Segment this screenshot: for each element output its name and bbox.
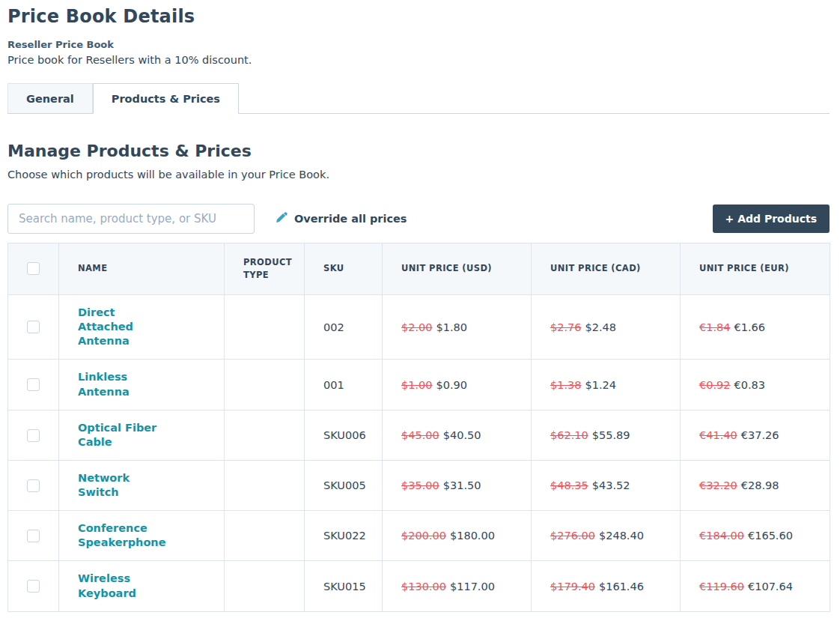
product-name-link[interactable]: Linkless Antenna bbox=[78, 370, 159, 399]
column-header-unit-price-cad: UNIT PRICE (CAD) bbox=[532, 243, 681, 295]
column-header-unit-price-eur: UNIT PRICE (EUR) bbox=[681, 243, 830, 295]
table-row: Direct Attached Antenna 002 $2.00$1.80 $… bbox=[8, 295, 830, 360]
discounted-price-cad: $161.46 bbox=[599, 581, 644, 593]
original-price-eur: €41.40 bbox=[699, 429, 737, 441]
unit-price-cad-cell: $1.38$1.24 bbox=[532, 360, 681, 410]
original-price-eur: €119.60 bbox=[699, 581, 744, 593]
price-book-name: Reseller Price Book bbox=[7, 39, 830, 50]
row-checkbox-cell bbox=[8, 410, 59, 460]
discounted-price-usd: $0.90 bbox=[436, 379, 468, 391]
original-price-usd: $45.00 bbox=[401, 429, 439, 441]
row-checkbox[interactable] bbox=[27, 479, 40, 492]
discounted-price-eur: €0.83 bbox=[734, 379, 766, 391]
product-name-link[interactable]: Direct Attached Antenna bbox=[78, 306, 159, 348]
table-header: NAME PRODUCT TYPE SKU UNIT PRICE (USD) U… bbox=[8, 243, 830, 295]
column-header-unit-price-usd: UNIT PRICE (USD) bbox=[383, 243, 532, 295]
unit-price-eur-cell: €119.60€107.64 bbox=[681, 561, 830, 611]
unit-price-eur-cell: €184.00€165.60 bbox=[681, 511, 830, 561]
discounted-price-eur: €37.26 bbox=[741, 429, 779, 441]
unit-price-cad-cell: $48.35$43.52 bbox=[532, 460, 681, 510]
table-row: Conference Speakerphone SKU022 $200.00$1… bbox=[8, 511, 830, 561]
original-price-usd: $2.00 bbox=[401, 321, 433, 333]
row-checkbox[interactable] bbox=[27, 378, 40, 391]
unit-price-usd-cell: $45.00$40.50 bbox=[383, 410, 532, 460]
sku-cell: SKU006 bbox=[305, 410, 383, 460]
unit-price-usd-cell: $2.00$1.80 bbox=[383, 295, 532, 360]
select-all-header-cell bbox=[8, 243, 59, 295]
unit-price-usd-cell: $1.00$0.90 bbox=[383, 360, 532, 410]
unit-price-eur-cell: €1.84€1.66 bbox=[681, 295, 830, 360]
original-price-eur: €32.20 bbox=[699, 479, 737, 491]
product-name-link[interactable]: Network Switch bbox=[78, 471, 159, 500]
row-checkbox-cell bbox=[8, 561, 59, 611]
tab-general[interactable]: General bbox=[7, 83, 93, 113]
unit-price-eur-cell: €41.40€37.26 bbox=[681, 410, 830, 460]
product-type-cell bbox=[225, 511, 305, 561]
product-type-cell bbox=[225, 460, 305, 510]
original-price-cad: $2.76 bbox=[550, 321, 582, 333]
discounted-price-cad: $1.24 bbox=[585, 379, 617, 391]
unit-price-eur-cell: €0.92€0.83 bbox=[681, 360, 830, 410]
section-subheading: Choose which products will be available … bbox=[7, 169, 830, 181]
unit-price-usd-cell: $130.00$117.00 bbox=[383, 561, 532, 611]
column-header-sku: SKU bbox=[305, 243, 383, 295]
column-header-name: NAME bbox=[59, 243, 225, 295]
product-name-cell: Optical Fiber Cable bbox=[59, 410, 225, 460]
product-name-link[interactable]: Optical Fiber Cable bbox=[78, 421, 159, 449]
discounted-price-eur: €1.66 bbox=[734, 321, 766, 333]
discounted-price-eur: €107.64 bbox=[748, 581, 793, 593]
row-checkbox[interactable] bbox=[27, 429, 40, 442]
product-name-cell: Network Switch bbox=[59, 460, 225, 510]
row-checkbox[interactable] bbox=[27, 530, 40, 542]
add-products-button[interactable]: + Add Products bbox=[713, 205, 830, 233]
unit-price-cad-cell: $276.00$248.40 bbox=[532, 511, 681, 561]
select-all-checkbox[interactable] bbox=[27, 262, 40, 275]
product-name-link[interactable]: Conference Speakerphone bbox=[78, 521, 159, 550]
tab-products-and-prices[interactable]: Products & Prices bbox=[93, 83, 239, 114]
price-book-details-page: Price Book Details Reseller Price Book P… bbox=[0, 0, 840, 612]
price-book-description: Price book for Resellers with a 10% disc… bbox=[7, 54, 830, 66]
pencil-icon bbox=[276, 212, 287, 226]
product-name-cell: Wireless Keyboard bbox=[59, 561, 225, 611]
original-price-usd: $200.00 bbox=[401, 530, 446, 542]
table-row: Wireless Keyboard SKU015 $130.00$117.00 … bbox=[8, 561, 830, 611]
discounted-price-eur: €28.98 bbox=[741, 479, 779, 491]
unit-price-usd-cell: $200.00$180.00 bbox=[383, 511, 532, 561]
sku-cell: 002 bbox=[305, 295, 383, 360]
search-input[interactable] bbox=[7, 204, 255, 234]
product-type-cell bbox=[225, 410, 305, 460]
discounted-price-usd: $117.00 bbox=[450, 581, 495, 593]
discounted-price-cad: $55.89 bbox=[592, 429, 630, 441]
product-name-cell: Conference Speakerphone bbox=[59, 511, 225, 561]
sku-cell: 001 bbox=[305, 360, 383, 410]
product-name-cell: Linkless Antenna bbox=[59, 360, 225, 410]
sku-cell: SKU015 bbox=[305, 561, 383, 611]
discounted-price-cad: $248.40 bbox=[599, 530, 644, 542]
discounted-price-usd: $40.50 bbox=[443, 429, 481, 441]
toolbar: Override all prices + Add Products bbox=[7, 204, 830, 234]
unit-price-cad-cell: $62.10$55.89 bbox=[532, 410, 681, 460]
product-name-cell: Direct Attached Antenna bbox=[59, 295, 225, 360]
original-price-usd: $35.00 bbox=[401, 479, 439, 491]
table-row: Linkless Antenna 001 $1.00$0.90 $1.38$1.… bbox=[8, 360, 830, 410]
page-title: Price Book Details bbox=[7, 6, 830, 27]
row-checkbox[interactable] bbox=[27, 321, 40, 333]
original-price-cad: $276.00 bbox=[550, 530, 595, 542]
column-header-product-type: PRODUCT TYPE bbox=[225, 243, 305, 295]
discounted-price-cad: $43.52 bbox=[592, 479, 630, 491]
original-price-cad: $48.35 bbox=[550, 479, 588, 491]
row-checkbox[interactable] bbox=[27, 580, 40, 593]
original-price-cad: $62.10 bbox=[550, 429, 588, 441]
section-heading: Manage Products & Prices bbox=[7, 142, 830, 160]
table-row: Optical Fiber Cable SKU006 $45.00$40.50 … bbox=[8, 410, 830, 460]
discounted-price-usd: $31.50 bbox=[443, 479, 481, 491]
products-table: NAME PRODUCT TYPE SKU UNIT PRICE (USD) U… bbox=[7, 243, 830, 612]
product-type-cell bbox=[225, 360, 305, 410]
sku-cell: SKU005 bbox=[305, 460, 383, 510]
original-price-eur: €1.84 bbox=[699, 321, 731, 333]
row-checkbox-cell bbox=[8, 460, 59, 510]
unit-price-cad-cell: $179.40$161.46 bbox=[532, 561, 681, 611]
override-all-prices-link[interactable]: Override all prices bbox=[276, 212, 407, 226]
product-name-link[interactable]: Wireless Keyboard bbox=[78, 572, 159, 600]
product-type-cell bbox=[225, 561, 305, 611]
